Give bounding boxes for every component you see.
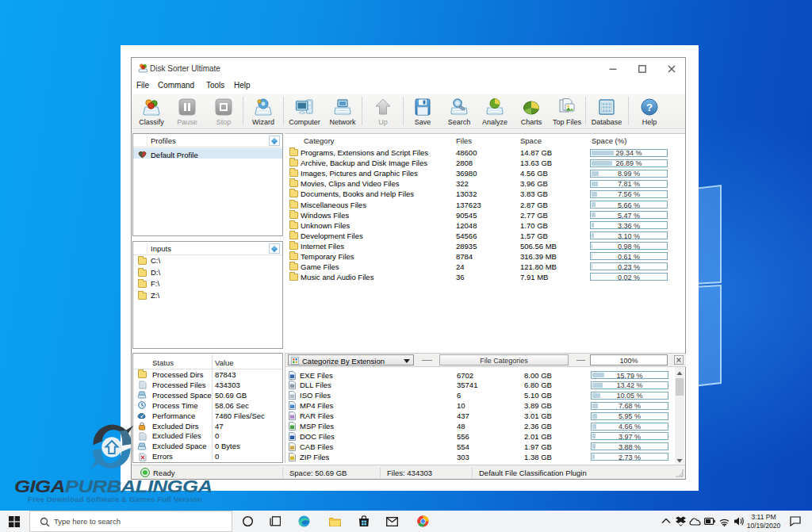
svg-text:?: ? (646, 101, 653, 113)
